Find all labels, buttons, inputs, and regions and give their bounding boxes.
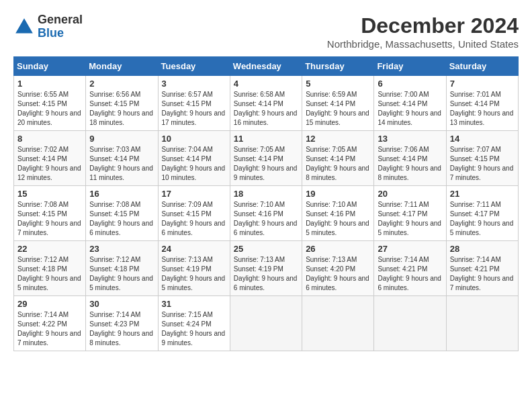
calendar-cell: 1Sunrise: 6:55 AMSunset: 4:15 PMDaylight…: [14, 76, 86, 131]
day-number: 21: [450, 189, 515, 199]
day-number: 22: [17, 244, 82, 254]
calendar-cell: 20Sunrise: 7:11 AMSunset: 4:17 PMDayligh…: [374, 186, 446, 241]
calendar-cell: 11Sunrise: 7:05 AMSunset: 4:14 PMDayligh…: [230, 131, 302, 186]
calendar-cell: 9Sunrise: 7:03 AMSunset: 4:14 PMDaylight…: [86, 131, 158, 186]
day-info: Sunrise: 7:12 AMSunset: 4:18 PMDaylight:…: [89, 255, 154, 293]
calendar-week-row: 1Sunrise: 6:55 AMSunset: 4:15 PMDaylight…: [14, 76, 519, 131]
day-info: Sunrise: 6:58 AMSunset: 4:14 PMDaylight:…: [234, 90, 298, 128]
day-info: Sunrise: 7:14 AMSunset: 4:23 PMDaylight:…: [89, 310, 154, 348]
day-info: Sunrise: 7:14 AMSunset: 4:21 PMDaylight:…: [450, 255, 515, 293]
calendar-cell: 25Sunrise: 7:13 AMSunset: 4:19 PMDayligh…: [230, 241, 302, 296]
col-header-saturday: Saturday: [446, 57, 518, 76]
calendar-cell: [446, 296, 518, 351]
day-info: Sunrise: 7:00 AMSunset: 4:14 PMDaylight:…: [378, 90, 442, 128]
calendar-cell: 23Sunrise: 7:12 AMSunset: 4:18 PMDayligh…: [86, 241, 158, 296]
calendar-cell: 10Sunrise: 7:04 AMSunset: 4:14 PMDayligh…: [158, 131, 230, 186]
day-number: 6: [378, 79, 442, 89]
day-number: 15: [17, 189, 82, 199]
day-info: Sunrise: 7:10 AMSunset: 4:16 PMDaylight:…: [234, 200, 298, 238]
calendar-cell: 4Sunrise: 6:58 AMSunset: 4:14 PMDaylight…: [230, 76, 302, 131]
calendar-cell: 29Sunrise: 7:14 AMSunset: 4:22 PMDayligh…: [14, 296, 86, 351]
day-info: Sunrise: 7:08 AMSunset: 4:15 PMDaylight:…: [89, 200, 154, 238]
day-number: 14: [450, 134, 515, 144]
col-header-thursday: Thursday: [302, 57, 374, 76]
day-number: 19: [306, 189, 370, 199]
day-number: 23: [89, 244, 154, 254]
day-info: Sunrise: 7:12 AMSunset: 4:18 PMDaylight:…: [17, 255, 82, 293]
day-number: 7: [450, 79, 515, 89]
day-info: Sunrise: 7:11 AMSunset: 4:17 PMDaylight:…: [378, 200, 442, 238]
title-block: December 2024 Northbridge, Massachusetts…: [327, 13, 519, 50]
calendar-week-row: 29Sunrise: 7:14 AMSunset: 4:22 PMDayligh…: [14, 296, 519, 351]
day-info: Sunrise: 7:13 AMSunset: 4:19 PMDaylight:…: [162, 255, 226, 293]
day-number: 24: [162, 244, 226, 254]
day-info: Sunrise: 7:10 AMSunset: 4:16 PMDaylight:…: [306, 200, 370, 238]
day-info: Sunrise: 6:56 AMSunset: 4:15 PMDaylight:…: [89, 90, 154, 128]
svg-marker-0: [15, 18, 33, 33]
calendar-cell: 16Sunrise: 7:08 AMSunset: 4:15 PMDayligh…: [86, 186, 158, 241]
calendar-cell: 28Sunrise: 7:14 AMSunset: 4:21 PMDayligh…: [446, 241, 518, 296]
day-number: 26: [306, 244, 370, 254]
calendar-cell: 31Sunrise: 7:15 AMSunset: 4:24 PMDayligh…: [158, 296, 230, 351]
day-info: Sunrise: 7:13 AMSunset: 4:20 PMDaylight:…: [306, 255, 370, 293]
calendar-cell: 7Sunrise: 7:01 AMSunset: 4:14 PMDaylight…: [446, 76, 518, 131]
logo-text: General Blue: [38, 13, 83, 40]
day-info: Sunrise: 7:14 AMSunset: 4:22 PMDaylight:…: [17, 310, 82, 348]
day-number: 20: [378, 189, 442, 199]
calendar-cell: 18Sunrise: 7:10 AMSunset: 4:16 PMDayligh…: [230, 186, 302, 241]
calendar-cell: 19Sunrise: 7:10 AMSunset: 4:16 PMDayligh…: [302, 186, 374, 241]
day-number: 8: [17, 134, 82, 144]
day-number: 3: [162, 79, 226, 89]
day-info: Sunrise: 7:08 AMSunset: 4:15 PMDaylight:…: [17, 200, 82, 238]
day-number: 28: [450, 244, 515, 254]
logo: General Blue: [13, 13, 83, 40]
day-info: Sunrise: 7:06 AMSunset: 4:14 PMDaylight:…: [378, 145, 442, 183]
day-info: Sunrise: 6:59 AMSunset: 4:14 PMDaylight:…: [306, 90, 370, 128]
day-info: Sunrise: 7:02 AMSunset: 4:14 PMDaylight:…: [17, 145, 82, 183]
col-header-wednesday: Wednesday: [230, 57, 302, 76]
day-number: 2: [89, 79, 154, 89]
col-header-tuesday: Tuesday: [158, 57, 230, 76]
day-info: Sunrise: 6:57 AMSunset: 4:15 PMDaylight:…: [162, 90, 226, 128]
calendar-cell: 12Sunrise: 7:05 AMSunset: 4:14 PMDayligh…: [302, 131, 374, 186]
day-info: Sunrise: 7:07 AMSunset: 4:15 PMDaylight:…: [450, 145, 515, 183]
day-info: Sunrise: 6:55 AMSunset: 4:15 PMDaylight:…: [17, 90, 82, 128]
day-number: 18: [234, 189, 298, 199]
day-number: 1: [17, 79, 82, 89]
month-year-title: December 2024: [327, 13, 519, 38]
calendar-cell: 21Sunrise: 7:11 AMSunset: 4:17 PMDayligh…: [446, 186, 518, 241]
calendar-cell: 22Sunrise: 7:12 AMSunset: 4:18 PMDayligh…: [14, 241, 86, 296]
calendar-cell: 26Sunrise: 7:13 AMSunset: 4:20 PMDayligh…: [302, 241, 374, 296]
day-info: Sunrise: 7:13 AMSunset: 4:19 PMDaylight:…: [234, 255, 298, 293]
day-number: 12: [306, 134, 370, 144]
calendar-cell: [302, 296, 374, 351]
day-number: 30: [89, 299, 154, 309]
day-number: 5: [306, 79, 370, 89]
calendar-week-row: 22Sunrise: 7:12 AMSunset: 4:18 PMDayligh…: [14, 241, 519, 296]
day-number: 27: [378, 244, 442, 254]
calendar-cell: 17Sunrise: 7:09 AMSunset: 4:15 PMDayligh…: [158, 186, 230, 241]
day-number: 16: [89, 189, 154, 199]
day-number: 31: [162, 299, 226, 309]
col-header-friday: Friday: [374, 57, 446, 76]
day-info: Sunrise: 7:15 AMSunset: 4:24 PMDaylight:…: [162, 310, 226, 348]
day-info: Sunrise: 7:11 AMSunset: 4:17 PMDaylight:…: [450, 200, 515, 238]
calendar-cell: 14Sunrise: 7:07 AMSunset: 4:15 PMDayligh…: [446, 131, 518, 186]
logo-icon: [13, 16, 35, 38]
day-info: Sunrise: 7:04 AMSunset: 4:14 PMDaylight:…: [162, 145, 226, 183]
calendar-cell: 24Sunrise: 7:13 AMSunset: 4:19 PMDayligh…: [158, 241, 230, 296]
day-number: 10: [162, 134, 226, 144]
calendar-week-row: 15Sunrise: 7:08 AMSunset: 4:15 PMDayligh…: [14, 186, 519, 241]
calendar-cell: [230, 296, 302, 351]
calendar-cell: 3Sunrise: 6:57 AMSunset: 4:15 PMDaylight…: [158, 76, 230, 131]
day-info: Sunrise: 7:09 AMSunset: 4:15 PMDaylight:…: [162, 200, 226, 238]
calendar-cell: 27Sunrise: 7:14 AMSunset: 4:21 PMDayligh…: [374, 241, 446, 296]
day-info: Sunrise: 7:01 AMSunset: 4:14 PMDaylight:…: [450, 90, 515, 128]
day-number: 9: [89, 134, 154, 144]
calendar-week-row: 8Sunrise: 7:02 AMSunset: 4:14 PMDaylight…: [14, 131, 519, 186]
day-number: 29: [17, 299, 82, 309]
day-info: Sunrise: 7:05 AMSunset: 4:14 PMDaylight:…: [234, 145, 298, 183]
calendar-cell: 30Sunrise: 7:14 AMSunset: 4:23 PMDayligh…: [86, 296, 158, 351]
calendar-cell: 13Sunrise: 7:06 AMSunset: 4:14 PMDayligh…: [374, 131, 446, 186]
calendar-header-row: SundayMondayTuesdayWednesdayThursdayFrid…: [14, 57, 519, 76]
